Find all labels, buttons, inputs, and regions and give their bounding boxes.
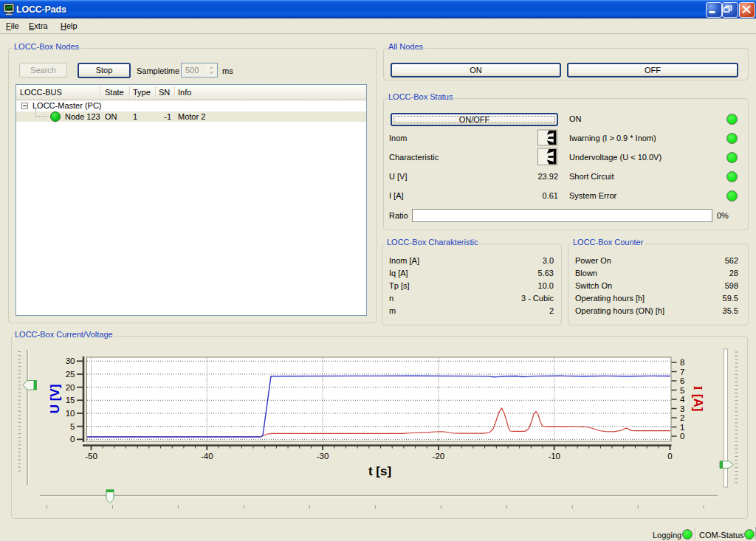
svg-text:0: 0 bbox=[667, 452, 672, 461]
svg-text:3: 3 bbox=[680, 404, 684, 413]
svg-text:10: 10 bbox=[66, 409, 75, 418]
svg-text:5: 5 bbox=[70, 422, 75, 431]
svg-text:2: 2 bbox=[680, 413, 684, 422]
svg-text:t [s]: t [s] bbox=[368, 464, 391, 478]
svg-text:0: 0 bbox=[680, 432, 684, 441]
svg-text:30: 30 bbox=[66, 356, 75, 365]
svg-text:-30: -30 bbox=[317, 452, 329, 461]
svg-text:4: 4 bbox=[680, 395, 685, 404]
svg-text:6: 6 bbox=[680, 376, 684, 385]
svg-text:I [A]: I [A] bbox=[691, 386, 705, 412]
svg-text:-40: -40 bbox=[201, 452, 213, 461]
svg-text:0: 0 bbox=[70, 435, 75, 444]
svg-text:25: 25 bbox=[66, 370, 75, 379]
svg-text:-50: -50 bbox=[85, 452, 97, 461]
svg-text:8: 8 bbox=[680, 358, 684, 367]
svg-text:1: 1 bbox=[680, 423, 684, 432]
svg-text:U [V]: U [V] bbox=[48, 385, 62, 414]
svg-text:5: 5 bbox=[680, 386, 684, 395]
svg-text:15: 15 bbox=[66, 396, 75, 404]
svg-text:7: 7 bbox=[680, 368, 684, 376]
svg-text:-20: -20 bbox=[433, 452, 445, 461]
svg-text:-10: -10 bbox=[548, 452, 560, 461]
svg-text:20: 20 bbox=[66, 383, 75, 392]
